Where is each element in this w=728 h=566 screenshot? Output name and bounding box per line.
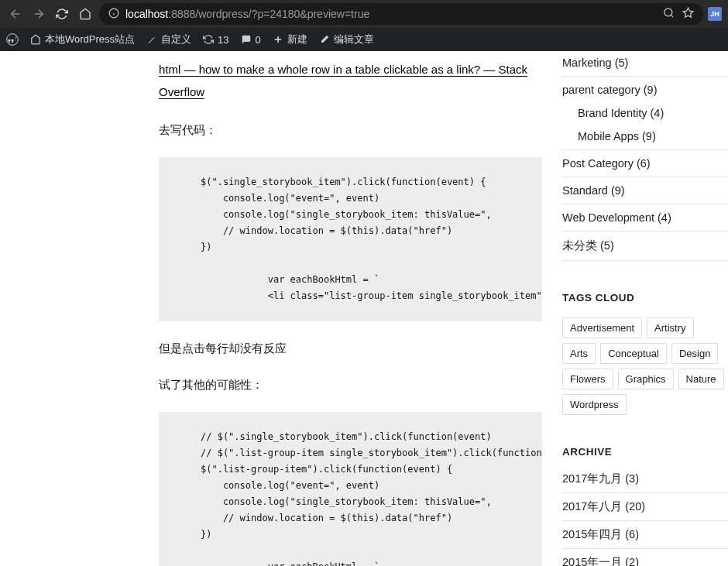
tag[interactable]: Flowers xyxy=(562,369,613,389)
tag[interactable]: Conceptual xyxy=(600,343,667,364)
code-block-2: // $(".single_storybook_item").click(fun… xyxy=(159,412,542,567)
category-item[interactable]: Web Development (4) xyxy=(562,206,728,229)
home-icon xyxy=(29,33,42,46)
code-block-1: $(".single_storybook_item").click(functi… xyxy=(159,157,542,321)
category-list: Marketing (5)parent category (9)Brand Id… xyxy=(562,51,728,261)
wp-site-link[interactable]: 本地WordPress站点 xyxy=(29,33,135,46)
main-content: html — how to make a whole row in a tabl… xyxy=(0,51,542,566)
info-icon[interactable] xyxy=(108,8,119,21)
plus-icon xyxy=(272,33,284,46)
category-item[interactable]: Standard (9) xyxy=(562,179,728,202)
brush-icon xyxy=(146,33,158,46)
paragraph: 试了其他的可能性： xyxy=(159,375,542,395)
tag[interactable]: Arts xyxy=(562,343,596,364)
browser-toolbar: localhost:8888/wordpress/?p=24180&previe… xyxy=(0,0,728,28)
tag[interactable]: Advertisement xyxy=(562,317,642,338)
url-host: localhost xyxy=(125,8,168,20)
refresh-icon xyxy=(202,33,215,46)
address-bar[interactable]: localhost:8888/wordpress/?p=24180&previe… xyxy=(99,3,703,25)
home-button[interactable] xyxy=(76,5,94,23)
url-path: :8888/wordpress/?p=24180&preview=true xyxy=(168,8,369,20)
category-item[interactable]: Marketing (5) xyxy=(562,51,728,74)
archive-list: 2017年九月 (3)2017年八月 (20)2015年四月 (6)2015年一… xyxy=(562,472,728,566)
tags-heading: TAGS CLOUD xyxy=(562,292,728,304)
tags-cloud: AdvertisementArtistryArtsConceptualDesig… xyxy=(562,317,728,415)
comment-icon xyxy=(240,33,252,46)
reference-link[interactable]: html — how to make a whole row in a tabl… xyxy=(159,63,527,99)
wp-admin-bar: 本地WordPress站点 自定义 13 0 新建 编辑文章 xyxy=(0,28,728,51)
svg-marker-5 xyxy=(683,8,693,17)
wp-site-name: 本地WordPress站点 xyxy=(45,33,135,46)
wp-edit[interactable]: 编辑文章 xyxy=(318,33,374,46)
bookmark-icon[interactable] xyxy=(682,7,694,21)
category-item[interactable]: 未分类 (5) xyxy=(562,233,728,259)
paragraph: 去写代码： xyxy=(159,120,542,140)
tag[interactable]: Graphics xyxy=(618,369,674,389)
category-subitem[interactable]: Brand Identity (4) xyxy=(562,101,728,125)
tag[interactable]: Wordpress xyxy=(562,394,627,415)
sidebar: Marketing (5)parent category (9)Brand Id… xyxy=(542,51,728,566)
wp-customize[interactable]: 自定义 xyxy=(146,33,191,46)
pencil-icon xyxy=(318,33,331,46)
archive-heading: ARCHIVE xyxy=(562,446,728,458)
category-subitem[interactable]: Mobile Apps (9) xyxy=(562,125,728,148)
paragraph: 但是点击每行却没有反应 xyxy=(159,338,542,358)
tag[interactable]: Design xyxy=(671,343,718,364)
svg-point-3 xyxy=(664,9,672,16)
profile-avatar[interactable]: JH xyxy=(708,7,722,21)
back-button[interactable] xyxy=(6,5,25,23)
wp-updates[interactable]: 13 xyxy=(202,33,228,46)
reload-button[interactable] xyxy=(53,5,71,23)
wp-comments[interactable]: 0 xyxy=(240,33,261,46)
archive-item[interactable]: 2015年一月 (2) xyxy=(562,549,728,566)
svg-line-4 xyxy=(671,15,673,17)
archive-item[interactable]: 2015年四月 (6) xyxy=(562,521,728,549)
search-icon[interactable] xyxy=(663,7,675,21)
forward-button[interactable] xyxy=(29,5,48,23)
archive-item[interactable]: 2017年九月 (3) xyxy=(562,472,728,493)
wp-new[interactable]: 新建 xyxy=(272,33,307,46)
tag[interactable]: Nature xyxy=(678,369,724,389)
category-item[interactable]: Post Category (6) xyxy=(562,152,728,175)
category-item[interactable]: parent category (9) xyxy=(562,78,728,101)
archive-item[interactable]: 2017年八月 (20) xyxy=(562,493,728,521)
wp-logo[interactable] xyxy=(6,33,19,46)
tag[interactable]: Artistry xyxy=(647,317,693,338)
